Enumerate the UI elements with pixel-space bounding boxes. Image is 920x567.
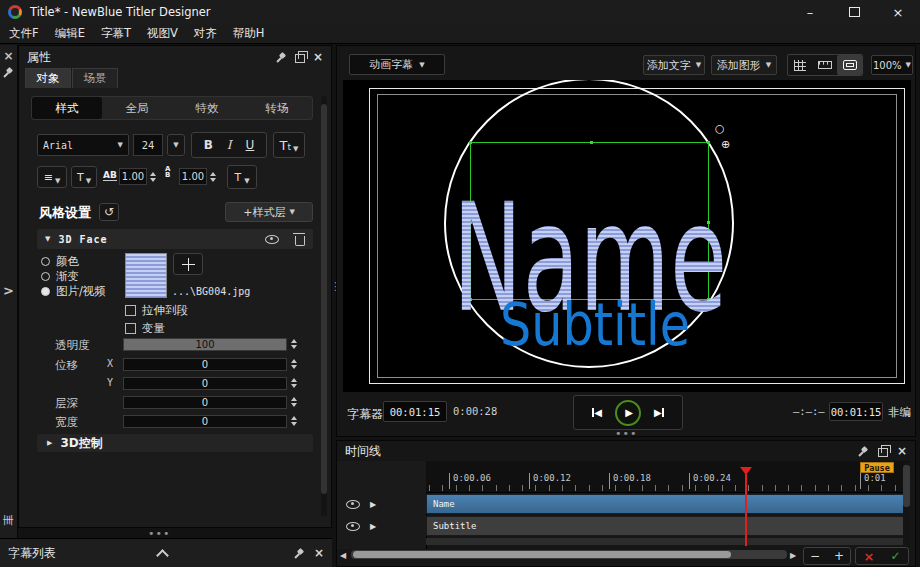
confirm-button[interactable]: ✓ <box>890 549 900 563</box>
menu-file[interactable]: 文件F <box>9 26 39 41</box>
close-button[interactable]: × <box>876 0 920 24</box>
safe-area-toggle-button[interactable] <box>837 55 862 75</box>
pause-marker[interactable]: Pause <box>860 462 894 473</box>
add-shape-button[interactable]: 添加图形 ▼ <box>711 55 777 75</box>
timeline-scroll-right-button[interactable]: ▶ <box>790 551 796 560</box>
font-size-input[interactable]: 24 <box>133 134 163 156</box>
radio-image-video[interactable]: 图片/视频 <box>41 284 106 299</box>
italic-button[interactable]: I <box>227 138 232 152</box>
tab-scene[interactable]: 场景 <box>72 68 118 88</box>
rail-dock-glyph[interactable]: 卌 <box>0 513 17 528</box>
add-style-layer-button[interactable]: +样式层 ▼ <box>225 202 313 222</box>
opacity-slider[interactable]: 100 <box>123 338 287 351</box>
ruler-toggle-button[interactable] <box>813 61 838 69</box>
timeline-hscrollbar-thumb[interactable] <box>353 551 731 558</box>
depth-input[interactable]: 0 <box>123 396 287 409</box>
text-direction-select[interactable]: T ▼ <box>71 166 97 188</box>
offset-y-input[interactable]: 0 <box>123 377 287 390</box>
image-position-button[interactable] <box>173 253 203 275</box>
subtab-effects[interactable]: 特效 <box>172 97 242 119</box>
offset-x-spinner[interactable] <box>291 356 297 372</box>
subtab-style[interactable]: 样式 <box>32 97 102 119</box>
timeline-float-icon[interactable] <box>878 448 888 457</box>
stretch-checkbox[interactable]: 拉伸到段 <box>125 303 188 318</box>
subtitle-list-close-icon[interactable]: × <box>314 548 324 558</box>
preview-timeline-splitter-handle[interactable]: ••• <box>615 427 637 440</box>
selection-handle[interactable] <box>469 141 472 144</box>
image-thumbnail[interactable] <box>125 253 167 298</box>
menu-help[interactable]: 帮助H <box>233 26 265 41</box>
subtab-global[interactable]: 全局 <box>102 97 172 119</box>
bold-button[interactable]: B <box>204 138 213 152</box>
play-button[interactable]: ▶ <box>615 400 641 426</box>
properties-float-icon[interactable] <box>295 54 305 63</box>
radio-gradient[interactable]: 渐变 <box>41 269 79 284</box>
track-subtitle-visibility-icon[interactable] <box>346 522 360 531</box>
timeline-vscrollbar-thumb[interactable] <box>903 465 910 507</box>
minimize-button[interactable]: – <box>788 0 832 24</box>
variable-checkbox[interactable]: 变量 <box>125 321 165 336</box>
track-bar-subtitle[interactable]: Subtitle <box>426 516 907 536</box>
menu-edit[interactable]: 编辑E <box>55 26 85 41</box>
add-text-button[interactable]: 添加文字 ▼ <box>643 55 705 75</box>
menu-title[interactable]: 字幕T <box>101 26 131 41</box>
previous-frame-button[interactable]: ◀ <box>592 408 602 417</box>
radio-color[interactable]: 颜色 <box>41 254 79 269</box>
timeline-vscrollbar[interactable] <box>903 463 910 547</box>
zoom-in-button[interactable]: + <box>834 549 844 563</box>
timeline-close-icon[interactable]: × <box>897 446 907 456</box>
timeline-ruler[interactable]: Pause 0:00.06 0:00.12 0:00.18 0:00.24 0:… <box>426 461 909 493</box>
canvas-subtitle-text[interactable]: Subtitle <box>493 296 697 354</box>
leading-spinner[interactable] <box>210 168 216 185</box>
opacity-spinner[interactable] <box>291 336 297 352</box>
grid-toggle-button[interactable] <box>788 60 813 71</box>
controls-3d-header[interactable]: ▶ 3D控制 <box>37 434 313 452</box>
offset-y-spinner[interactable] <box>291 375 297 391</box>
track-name-expand-icon[interactable]: ▶ <box>370 500 376 509</box>
width-spinner[interactable] <box>291 413 297 429</box>
rail-expand-chevron-icon[interactable]: > <box>0 283 17 298</box>
tracking-input[interactable]: 1.00 <box>119 168 147 185</box>
menu-view[interactable]: 视图V <box>147 26 178 41</box>
selection-box[interactable]: Name <box>470 142 709 300</box>
properties-scrollbar-thumb[interactable] <box>321 104 327 494</box>
timeline-pin-icon[interactable] <box>858 446 869 457</box>
preview-canvas[interactable]: Name Subtitle ○ ⊕ <box>343 80 911 392</box>
style-reset-button[interactable]: ↺ <box>99 203 119 221</box>
depth-spinner[interactable] <box>291 394 297 410</box>
width-input[interactable]: 0 <box>123 415 287 428</box>
zoom-select[interactable]: 100% ▼ <box>871 55 913 75</box>
properties-pin-icon[interactable] <box>276 52 287 63</box>
zoom-out-button[interactable]: − <box>810 549 820 563</box>
end-time-field[interactable]: 00:01:15 <box>829 402 883 421</box>
selection-handle[interactable] <box>590 141 593 144</box>
face-section-header[interactable]: ▼ 3D Face <box>37 229 313 249</box>
rail-pin-icon[interactable] <box>3 67 14 78</box>
timeline-scroll-left-button[interactable]: ◀ <box>340 551 346 560</box>
text-case-button[interactable]: T t ▼ <box>273 132 305 158</box>
properties-scrollbar[interactable] <box>321 96 327 516</box>
rotate-handle-icon[interactable]: ○ <box>715 122 725 135</box>
next-frame-button[interactable]: ▶ <box>654 408 664 417</box>
leading-input[interactable]: 1.00 <box>179 168 207 185</box>
track-subtitle-expand-icon[interactable]: ▶ <box>370 522 376 531</box>
template-select[interactable]: 动画字幕 ▼ <box>349 54 445 75</box>
font-size-dropdown-button[interactable]: ▼ <box>167 134 185 156</box>
selection-handle[interactable] <box>707 141 710 144</box>
face-delete-icon[interactable] <box>295 236 305 246</box>
playhead-line[interactable] <box>745 474 747 546</box>
tab-object[interactable]: 对象 <box>25 68 71 88</box>
timeline-hscrollbar[interactable] <box>351 550 787 559</box>
properties-close-icon[interactable]: × <box>313 52 323 62</box>
menu-align[interactable]: 对齐 <box>194 26 217 41</box>
track-name-visibility-icon[interactable] <box>346 500 360 509</box>
subtab-transition[interactable]: 转场 <box>242 97 312 119</box>
offset-x-input[interactable]: 0 <box>123 358 287 371</box>
text-options-button[interactable]: T ▼ <box>227 165 257 189</box>
underline-button[interactable]: U <box>246 138 255 152</box>
align-select[interactable]: ≡ ▼ <box>37 166 67 188</box>
rail-close-icon[interactable]: × <box>0 51 17 61</box>
current-time-field[interactable]: 00:01:15 <box>383 401 447 422</box>
track-bar-name[interactable]: Name <box>426 494 907 514</box>
subtitle-list-expand-icon[interactable] <box>156 549 169 562</box>
